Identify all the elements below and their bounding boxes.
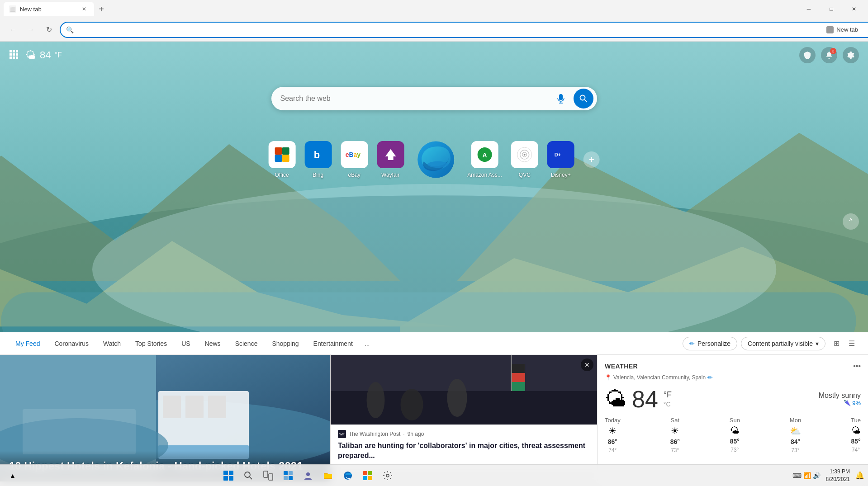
quick-link-ebay[interactable]: eBay eBay: [341, 141, 368, 178]
address-input[interactable]: [77, 26, 868, 33]
svg-text:D+: D+: [555, 152, 561, 157]
location-edit-button[interactable]: ✏: [707, 374, 713, 381]
notification-button[interactable]: 3: [821, 47, 837, 63]
svg-text:b: b: [313, 149, 319, 160]
newtab-icon: [826, 26, 834, 33]
svg-point-74: [306, 472, 310, 476]
nav-more-button[interactable]: ...: [361, 337, 374, 350]
nav-item-myfeed[interactable]: My Feed: [9, 337, 46, 350]
settings-taskbar-button[interactable]: [379, 467, 397, 485]
voice-search-button[interactable]: [552, 90, 570, 108]
clock-date: 8/20/2021: [826, 476, 850, 483]
nav-item-topstories[interactable]: Top Stories: [129, 337, 173, 350]
weather-description: Mostly sunny 🌂 9%: [819, 392, 861, 406]
taskbar-search-button[interactable]: [239, 467, 257, 485]
edge-taskbar-button[interactable]: [339, 467, 357, 485]
source-time-value: 9h ago: [408, 431, 424, 437]
qvc-icon: [511, 141, 538, 168]
weather-desc-text: Mostly sunny: [819, 392, 861, 400]
new-tab-button[interactable]: +: [94, 2, 109, 16]
quick-link-disney[interactable]: D+ Disney+: [547, 141, 574, 178]
svg-rect-17: [9, 57, 12, 59]
svg-rect-58: [512, 382, 525, 391]
main-news-card[interactable]: 10 Hippest Hotels in Kefalonia - Hand-pi…: [0, 355, 330, 481]
file-explorer-button[interactable]: [319, 467, 337, 485]
secondary-news-card[interactable]: ✕ WP The Washington Post ·: [330, 355, 597, 481]
start-button[interactable]: [219, 467, 237, 485]
quick-link-bing[interactable]: b Bing: [304, 141, 332, 178]
forecast-tue: Tue 🌤 85° 74°: [851, 417, 861, 453]
minimize-button[interactable]: ─: [798, 2, 819, 16]
weather-main: 🌤 84 °F °C Mostly sunny 🌂 9%: [605, 387, 861, 411]
shield-icon-button[interactable]: [799, 47, 816, 63]
svg-rect-62: [223, 471, 228, 475]
collapse-button[interactable]: ^: [843, 213, 859, 230]
svg-rect-57: [512, 373, 525, 382]
close-button[interactable]: ✕: [844, 2, 864, 16]
taskbar-clock[interactable]: 1:39 PM 8/20/2021: [822, 468, 854, 483]
weather-icon: 🌤: [25, 49, 36, 61]
quick-link-amazon[interactable]: A Amazon Ass...: [467, 141, 502, 178]
nav-item-entertainment[interactable]: Entertainment: [307, 337, 359, 350]
maximize-button[interactable]: □: [821, 2, 842, 16]
chevron-down-icon: ▾: [816, 340, 819, 347]
taskview-button[interactable]: [259, 467, 277, 485]
apps-grid-button[interactable]: [9, 50, 18, 61]
notifications-taskbar-icon[interactable]: 🔔: [855, 471, 864, 480]
title-bar: ⬜ New tab ✕ + ─ □ ✕: [0, 0, 868, 18]
grid-view-button[interactable]: ⊞: [829, 336, 844, 351]
volume-icon[interactable]: 🔊: [813, 472, 821, 479]
add-quick-link-button[interactable]: +: [583, 151, 600, 168]
wayfair-icon: [377, 141, 404, 168]
settings-button[interactable]: [843, 47, 859, 63]
address-bar[interactable]: 🔍 ★: [60, 22, 868, 38]
reload-button[interactable]: ↻: [42, 23, 56, 37]
weather-forecast: Today ☀ 86° 74° Sat ☀ 86° 73° Sun: [605, 417, 861, 453]
nav-item-coronavirus[interactable]: Coronavirus: [48, 337, 95, 350]
quick-link-qvc[interactable]: QVC: [511, 141, 538, 178]
news-nav-right: ✏ Personalize Content partially visible …: [683, 336, 859, 351]
widgets-button[interactable]: [279, 467, 297, 485]
nav-item-science[interactable]: Science: [229, 337, 264, 350]
back-button[interactable]: ←: [5, 23, 20, 37]
sys-tray: ⌨ 📶 🔊: [792, 472, 821, 479]
nav-item-watch[interactable]: Watch: [97, 337, 127, 350]
active-tab[interactable]: ⬜ New tab ✕: [4, 2, 94, 16]
teams-button[interactable]: [299, 467, 317, 485]
nav-item-us[interactable]: US: [175, 337, 196, 350]
search-button[interactable]: [574, 89, 593, 109]
wifi-icon[interactable]: 📶: [803, 472, 811, 479]
celsius-button[interactable]: °C: [664, 401, 672, 408]
search-input[interactable]: [280, 94, 548, 103]
notification-chevron[interactable]: ▲: [4, 467, 22, 485]
forward-button[interactable]: →: [24, 23, 38, 37]
wayfair-label: Wayfair: [381, 172, 399, 178]
bing-label: Bing: [313, 172, 323, 178]
quick-link-office[interactable]: Office: [268, 141, 295, 178]
svg-rect-44: [185, 396, 204, 418]
keyboard-icon[interactable]: ⌨: [792, 472, 802, 479]
tab-title: New tab: [20, 6, 76, 13]
weather-widget: 🌤 84 °F: [25, 49, 62, 61]
quick-link-wayfair[interactable]: Wayfair: [377, 141, 404, 178]
personalize-button[interactable]: ✏ Personalize: [683, 337, 737, 350]
disney-icon: D+: [547, 141, 574, 168]
fahrenheit-button[interactable]: °F: [664, 390, 672, 400]
secondary-news-title[interactable]: Taliban are hunting for 'collaborators' …: [338, 441, 590, 461]
store-button[interactable]: [359, 467, 377, 485]
new-tab-label-area: New tab: [822, 24, 863, 35]
secondary-card-close-button[interactable]: ✕: [581, 359, 593, 371]
nav-item-news[interactable]: News: [199, 337, 227, 350]
amazon-icon: A: [471, 141, 498, 168]
nav-item-shopping[interactable]: Shopping: [266, 337, 305, 350]
tab-close-button[interactable]: ✕: [80, 5, 89, 14]
weather-unit-toggle: °F °C: [664, 390, 672, 408]
svg-rect-72: [284, 476, 288, 480]
list-view-button[interactable]: ☰: [844, 336, 859, 351]
content-visibility-button[interactable]: Content partially visible ▾: [741, 337, 825, 350]
navigation-bar: ← → ↻ 🔍 ★ ☆ ⧉ ••• New tab: [0, 18, 868, 42]
weather-more-button[interactable]: •••: [853, 362, 861, 370]
svg-point-66: [245, 472, 250, 477]
content-visibility-label: Content partially visible: [748, 340, 813, 347]
svg-rect-14: [9, 53, 12, 56]
